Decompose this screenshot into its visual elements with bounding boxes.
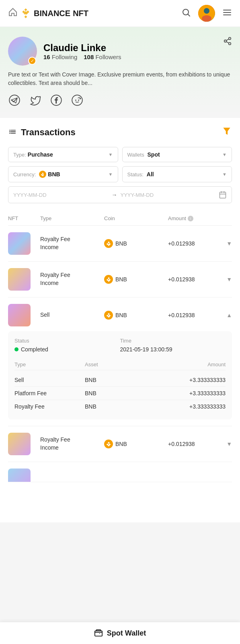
profile-bio: Pure text or Text with Cover Image. Excl… bbox=[8, 70, 232, 87]
svg-marker-0 bbox=[25, 8, 27, 11]
date-from-input[interactable]: YYYY-MM-DD bbox=[13, 192, 109, 198]
expanded-detail-3: Status Completed Time 2021-05-19 13:00:5… bbox=[8, 331, 232, 419]
transactions-title: Transactions bbox=[21, 127, 76, 138]
table-row: Royalty FeeIncome BNB +0.012938 ▼ bbox=[8, 262, 232, 297]
tx-coin-name-3: BNB bbox=[115, 312, 127, 318]
currency-filter[interactable]: Currency: BNB ▼ bbox=[8, 166, 118, 182]
table-row: Royalty FeeIncome BNB +0.012938 ▼ bbox=[8, 226, 232, 262]
svg-point-8 bbox=[202, 15, 211, 22]
tx-coin-name-4: BNB bbox=[115, 441, 127, 447]
sub-asset-3: BNB bbox=[85, 403, 155, 410]
nft-thumbnail-1[interactable] bbox=[8, 232, 31, 255]
profile-avatar-container: ✓ bbox=[8, 37, 37, 66]
transactions-header: Transactions bbox=[8, 126, 232, 139]
profile-info: Claudie Linke 16 Following 108 Followers bbox=[43, 42, 121, 60]
status-dot bbox=[14, 347, 18, 351]
status-filter[interactable]: Status: All ▼ bbox=[122, 166, 232, 182]
svg-point-11 bbox=[229, 43, 231, 45]
table-row: Royalty FeeIncome BNB +0.012938 ▼ bbox=[8, 426, 232, 462]
following-count[interactable]: 16 Following bbox=[43, 54, 77, 60]
col-coin: Coin bbox=[104, 215, 168, 221]
amount-info-icon[interactable]: i bbox=[188, 216, 193, 221]
list-icon bbox=[8, 128, 17, 137]
telegram-icon[interactable] bbox=[8, 94, 21, 107]
detail-time-col: Time 2021-05-19 13:00:59 bbox=[120, 338, 226, 353]
share-icon[interactable] bbox=[223, 37, 232, 47]
detail-row: Platform Fee BNB +3.333333333 bbox=[14, 387, 226, 400]
detail-col-type: Type bbox=[14, 361, 85, 367]
calendar-icon[interactable] bbox=[219, 191, 227, 199]
avatar[interactable] bbox=[198, 5, 215, 22]
date-range-arrow: → bbox=[112, 192, 117, 198]
menu-icon[interactable] bbox=[222, 8, 232, 19]
nft-thumbnail-5[interactable] bbox=[8, 469, 31, 482]
logo-nft-text: NFT bbox=[73, 9, 88, 18]
col-amount: Amount i bbox=[168, 215, 232, 221]
tx-amount-2: +0.012938 ▼ bbox=[168, 276, 232, 283]
bnb-icon-1 bbox=[104, 239, 113, 248]
logo-binance-text: BINANCE bbox=[34, 9, 70, 18]
bnb-currency-icon bbox=[39, 171, 46, 178]
type-filter[interactable]: Type:Purchase ▼ bbox=[8, 147, 118, 162]
date-range-filter[interactable]: YYYY-MM-DD → YYYY-MM-DD bbox=[8, 186, 232, 203]
main-header: BINANCE NFT bbox=[0, 0, 240, 27]
sub-asset-1: BNB bbox=[85, 377, 155, 383]
followers-count[interactable]: 108 Followers bbox=[84, 54, 121, 60]
detail-col-asset: Asset bbox=[85, 361, 155, 367]
filter-icon[interactable] bbox=[222, 126, 232, 139]
verified-badge: ✓ bbox=[28, 57, 36, 65]
filter-row-2: Currency: BNB ▼ Status: All ▼ bbox=[8, 166, 232, 182]
profile-stats: 16 Following 108 Followers bbox=[43, 54, 121, 60]
expand-row-1[interactable]: ▼ bbox=[226, 240, 232, 247]
svg-point-15 bbox=[75, 100, 76, 101]
nft-thumbnail-4[interactable] bbox=[8, 433, 31, 455]
twitter-icon[interactable] bbox=[29, 94, 42, 107]
svg-point-9 bbox=[229, 37, 231, 40]
svg-marker-23 bbox=[108, 241, 110, 243]
sub-type-3: Royalty Fee bbox=[14, 403, 85, 410]
status-value: Completed bbox=[21, 346, 48, 353]
nft-thumbnail-3[interactable] bbox=[8, 304, 31, 326]
transactions-title-area: Transactions bbox=[8, 127, 76, 138]
status-label: Status bbox=[14, 338, 120, 344]
svg-point-12 bbox=[9, 95, 20, 105]
facebook-icon[interactable] bbox=[50, 94, 63, 107]
sub-asset-2: BNB bbox=[85, 390, 155, 396]
detail-top: Status Completed Time 2021-05-19 13:00:5… bbox=[14, 338, 226, 353]
bnb-icon-3 bbox=[104, 311, 113, 320]
col-nft: NFT bbox=[8, 215, 40, 221]
expand-row-4[interactable]: ▼ bbox=[226, 441, 232, 447]
filter-row-1: Type:Purchase ▼ Wallets Spot ▼ bbox=[8, 147, 232, 162]
svg-marker-18 bbox=[42, 172, 43, 174]
logo[interactable]: BINANCE NFT bbox=[8, 7, 88, 19]
sub-amount-3: +3.333333333 bbox=[155, 403, 226, 410]
svg-rect-22 bbox=[220, 192, 226, 198]
sub-amount-1: +3.333333333 bbox=[155, 377, 226, 383]
transactions-section: Transactions Type:Purchase ▼ Wallets Spo… bbox=[0, 118, 240, 522]
sub-amount-2: +3.333333333 bbox=[155, 390, 226, 396]
collapse-row-3[interactable]: ▲ bbox=[226, 312, 232, 318]
tx-type-2: Royalty FeeIncome bbox=[40, 271, 104, 287]
detail-table-header: Type Asset Amount bbox=[14, 359, 226, 370]
detail-status: Completed bbox=[14, 346, 120, 353]
filters: Type:Purchase ▼ Wallets Spot ▼ Currency:… bbox=[8, 147, 232, 203]
nft-thumbnail-2[interactable] bbox=[8, 268, 31, 291]
expand-row-2[interactable]: ▼ bbox=[226, 276, 232, 283]
tx-coin-4: BNB bbox=[104, 440, 168, 448]
wallets-filter[interactable]: Wallets Spot ▼ bbox=[122, 147, 232, 162]
binance-logo-icon bbox=[20, 8, 31, 19]
home-icon[interactable] bbox=[8, 7, 18, 19]
profile-left: ✓ Claudie Linke 16 Following 108 Followe… bbox=[8, 37, 121, 66]
reddit-icon[interactable] bbox=[71, 94, 84, 107]
tx-amount-4: +0.012938 ▼ bbox=[168, 441, 232, 447]
sub-type-1: Sell bbox=[14, 377, 85, 383]
svg-marker-35 bbox=[108, 442, 110, 444]
transaction-main-4: Royalty FeeIncome BNB +0.012938 ▼ bbox=[8, 433, 232, 455]
detail-col-amount: Amount bbox=[155, 361, 226, 367]
bnb-icon-4 bbox=[104, 440, 113, 448]
detail-time: 2021-05-19 13:00:59 bbox=[120, 346, 226, 353]
date-to-input[interactable]: YYYY-MM-DD bbox=[121, 192, 216, 198]
svg-point-10 bbox=[224, 40, 227, 42]
search-icon[interactable] bbox=[181, 8, 191, 19]
transaction-main-2: Royalty FeeIncome BNB +0.012938 ▼ bbox=[8, 268, 232, 291]
